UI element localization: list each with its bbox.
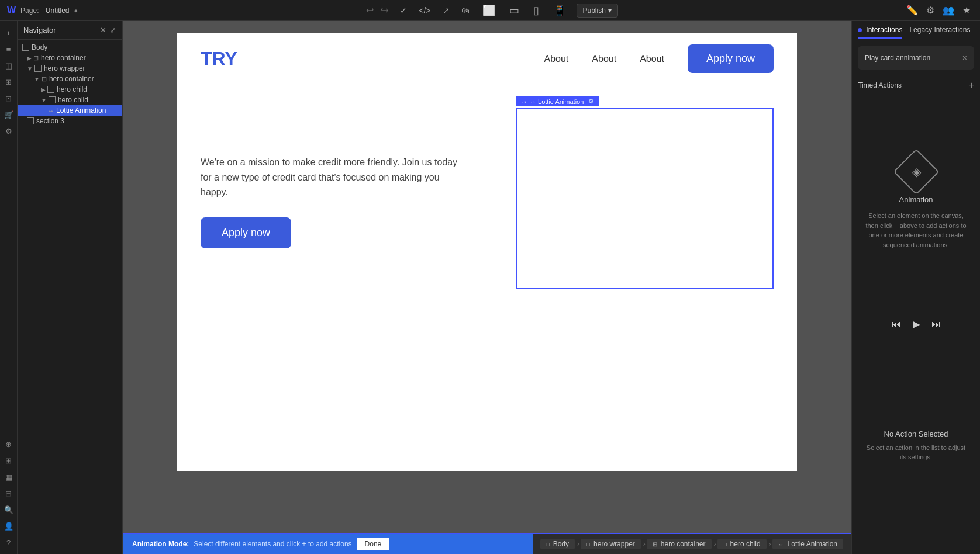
bar-chart-icon[interactable]: ▦ bbox=[2, 470, 16, 484]
nav-item-hero-container-1[interactable]: ▶ ⊞ hero container bbox=[18, 53, 122, 63]
template-icon[interactable]: ⊟ bbox=[2, 486, 16, 500]
grid-icon: ⊞ bbox=[33, 54, 39, 62]
apply-now-hero-button[interactable]: Apply now bbox=[201, 217, 291, 248]
redo-button[interactable]: ↪ bbox=[378, 2, 391, 18]
breadcrumb-hero-wrapper[interactable]: □ hero wrapper bbox=[581, 539, 641, 549]
breadcrumb-body[interactable]: □ Body bbox=[540, 539, 575, 549]
animation-mode-label: Animation Mode: bbox=[132, 540, 189, 548]
box-icon bbox=[49, 96, 56, 103]
topbar-right: ✏️ ⚙ 👥 ★ bbox=[904, 2, 973, 18]
desktop-device-btn[interactable]: ⬜ bbox=[479, 3, 499, 18]
chevron-down-icon: ▾ bbox=[608, 6, 612, 15]
play-card-animation: Play card annimation × bbox=[858, 46, 974, 70]
apply-now-nav-button[interactable]: Apply now bbox=[688, 44, 774, 73]
grid-icon: ⊞ bbox=[42, 75, 47, 83]
breadcrumb-hc-icon: ⊞ bbox=[653, 541, 657, 548]
box-icon bbox=[27, 117, 34, 124]
breadcrumb-lottie[interactable]: ↔ Lottie Animation bbox=[772, 539, 843, 549]
close-navigator-icon[interactable]: ✕ bbox=[100, 26, 106, 34]
breadcrumb-hero-child[interactable]: □ hero child bbox=[717, 539, 767, 549]
right-panel: Interactions Legacy Interactions Play ca… bbox=[851, 21, 980, 554]
nav-item-hero-child-2[interactable]: ▼ hero child bbox=[18, 95, 122, 105]
star-icon[interactable]: ★ bbox=[960, 2, 973, 18]
nav-label-hero-child-1: hero child bbox=[57, 85, 87, 94]
cms-icon[interactable]: ⊡ bbox=[2, 91, 16, 105]
arrow-icon: ▶ bbox=[41, 86, 46, 93]
breadcrumb-arrow-1: › bbox=[577, 540, 579, 548]
play-button[interactable]: ▶ bbox=[913, 318, 920, 330]
prev-button[interactable]: ⏮ bbox=[892, 319, 901, 330]
hero-description: We're on a mission to make credit more f… bbox=[201, 155, 458, 200]
add-timed-action-icon[interactable]: + bbox=[969, 80, 974, 91]
assets-icon[interactable]: ⊞ bbox=[2, 75, 16, 89]
nav-item-hero-child-1[interactable]: ▶ hero child bbox=[18, 84, 122, 95]
nav-item-hero-wrapper[interactable]: ▼ hero wrapper bbox=[18, 63, 122, 74]
ecommerce-icon[interactable]: 🛍 bbox=[459, 4, 472, 18]
grid-tool-icon[interactable]: ⊞ bbox=[2, 453, 16, 468]
tab-interactions[interactable]: Interactions bbox=[858, 26, 902, 39]
users-icon[interactable]: 👥 bbox=[940, 2, 957, 18]
hero-right: ↔ ↔ Lottie Animation ⚙ bbox=[499, 108, 774, 289]
animation-mode-bar: Animation Mode: Select different element… bbox=[123, 534, 533, 554]
pencil-tool-icon[interactable]: ✏️ bbox=[904, 2, 920, 18]
breadcrumb-hc-label: hero container bbox=[661, 540, 706, 548]
close-play-card-icon[interactable]: × bbox=[962, 53, 967, 63]
search-icon[interactable]: 🔍 bbox=[2, 503, 16, 517]
breadcrumb-lottie-label: Lottie Animation bbox=[788, 540, 837, 548]
breadcrumb-body-label: Body bbox=[553, 540, 569, 548]
publish-button[interactable]: Publish ▾ bbox=[577, 4, 618, 18]
breadcrumb-hch-icon: □ bbox=[723, 541, 727, 548]
breadcrumb-hero-container[interactable]: ⊞ hero container bbox=[647, 539, 712, 549]
lottie-settings-icon[interactable]: ⚙ bbox=[588, 98, 594, 105]
topbar-center: ↩ ↪ ✓ </> ↗ 🛍 ⬜ ▭ ▯ 📱 Publish ▾ bbox=[364, 2, 618, 18]
tab-interactions-dot bbox=[858, 28, 862, 32]
export-icon[interactable]: ↗ bbox=[440, 4, 452, 18]
canvas-tool-icon[interactable]: ⊕ bbox=[2, 437, 16, 451]
done-button[interactable]: Done bbox=[357, 538, 390, 550]
arrow-icon: ▼ bbox=[34, 76, 40, 82]
nav-item-body[interactable]: Body bbox=[18, 42, 122, 53]
timed-actions-header: Timed Actions + bbox=[852, 77, 980, 94]
box-icon bbox=[34, 65, 42, 72]
tablet-btn[interactable]: ▯ bbox=[530, 3, 543, 18]
code-icon[interactable]: </> bbox=[416, 4, 433, 18]
undo-button[interactable]: ↩ bbox=[364, 2, 376, 18]
mobile-btn[interactable]: 📱 bbox=[550, 3, 570, 18]
breadcrumb-hw-label: hero wrapper bbox=[593, 540, 635, 548]
tab-legacy-interactions[interactable]: Legacy Interactions bbox=[909, 26, 970, 39]
timed-actions-label: Timed Actions bbox=[858, 81, 902, 89]
page-label: Page: Untitled bbox=[20, 6, 69, 15]
ecommerce-nav-icon[interactable]: 🛒 bbox=[2, 108, 16, 122]
add-element-icon[interactable]: + bbox=[2, 26, 16, 40]
navigator-icon[interactable]: ≡ bbox=[2, 42, 16, 56]
nav-link-2[interactable]: About bbox=[592, 54, 616, 64]
settings-icon[interactable]: ⚙ bbox=[924, 2, 937, 18]
topbar: W Page: Untitled ● ↩ ↪ ✓ </> ↗ 🛍 ⬜ ▭ ▯ 📱… bbox=[0, 0, 980, 21]
next-button[interactable]: ⏭ bbox=[931, 319, 941, 330]
icon-bar: + ≡ ◫ ⊞ ⊡ 🛒 ⚙ ⊕ ⊞ ▦ ⊟ 🔍 👤 ? bbox=[0, 21, 18, 554]
team-icon[interactable]: 👤 bbox=[2, 519, 16, 533]
publish-label: Publish bbox=[583, 6, 606, 15]
layers-icon[interactable]: ◫ bbox=[2, 58, 16, 72]
settings-nav-icon[interactable]: ⚙ bbox=[2, 124, 16, 138]
nav-link-3[interactable]: About bbox=[640, 54, 664, 64]
logo: TRY bbox=[201, 48, 237, 70]
lottie-icon-label: ↔ bbox=[521, 98, 527, 105]
nav-link-1[interactable]: About bbox=[544, 54, 569, 64]
nav-item-lottie-animation[interactable]: ↔ Lottie Animation bbox=[18, 105, 122, 116]
lottie-icon: ↔ bbox=[48, 108, 54, 114]
breadcrumb-hw-icon: □ bbox=[586, 541, 590, 548]
checkmark-icon[interactable]: ✓ bbox=[398, 4, 409, 18]
nav-item-section-3[interactable]: section 3 bbox=[18, 116, 122, 126]
nav-label-section-3: section 3 bbox=[36, 117, 64, 125]
hero-section: We're on a mission to make credit more f… bbox=[177, 85, 797, 313]
nav-links: About About About Apply now bbox=[544, 44, 774, 73]
arrow-icon: ▶ bbox=[27, 55, 32, 61]
tablet-landscape-btn[interactable]: ▭ bbox=[506, 3, 523, 18]
expand-navigator-icon[interactable]: ⤢ bbox=[110, 26, 116, 34]
play-card-label: Play card annimation bbox=[865, 54, 930, 62]
help-icon[interactable]: ? bbox=[2, 535, 16, 549]
nav-item-hero-container-2[interactable]: ▼ ⊞ hero container bbox=[18, 74, 122, 84]
animation-title: Animation bbox=[899, 195, 933, 204]
lottie-animation-box[interactable]: ↔ ↔ Lottie Animation ⚙ bbox=[516, 108, 774, 289]
